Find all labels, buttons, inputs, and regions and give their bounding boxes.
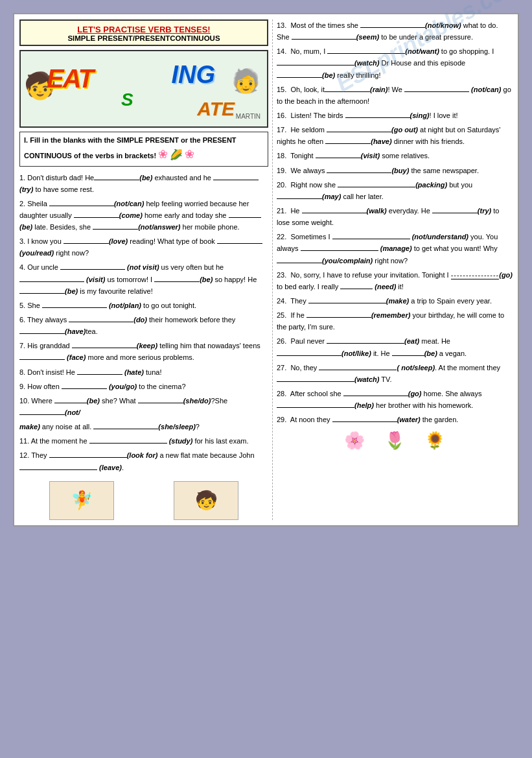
left-column: LET'S PRACTISE VERB TENSES! SIMPLE PRESE… (19, 19, 272, 520)
exercise-28: 28. After school she (go) home. She alwa… (277, 388, 513, 411)
exercise-6: 6. They always (do) their homework befor… (19, 314, 268, 337)
exercise-8: 8. Don't insist! He (hate) tuna! (19, 366, 268, 378)
instructions-box: I. Fill in the blanks with the SIMPLE PR… (19, 132, 268, 167)
exercise-16: 16. Listen! The birds (sing)! I love it! (277, 110, 513, 121)
exercise-15: 15. Oh, look, it(rain)! We (not/can) go … (277, 84, 513, 107)
exercise-12: 12. They (look for) a new flat mate beca… (19, 449, 268, 473)
left-exercises: 1. Don't disturb dad! He(be) exhausted a… (19, 172, 268, 473)
flower-icon-1: ❀ (158, 146, 168, 163)
image-fairy: 🧚 (49, 481, 114, 520)
exercise-10: 10. Where (be) she? What (she/do)?She(no… (19, 395, 268, 418)
exercise-25: 25. If he (remember) your birthday, he w… (277, 309, 513, 333)
exercise-27: 27. No, they ( not/sleep). At the moment… (277, 362, 513, 385)
exercise-17: 17. He seldom (go out) at night but on S… (277, 124, 513, 147)
exercise-1: 1. Don't disturb dad! He(be) exhausted a… (19, 172, 268, 195)
worksheet-page: LET'S PRACTISE VERB TENSES! SIMPLE PRESE… (13, 13, 519, 527)
flower-2: 🌷 (384, 431, 405, 451)
corn-icon: 🌽 (170, 147, 183, 163)
flower-1: 🌸 (344, 431, 365, 451)
exercise-20: 20. Right now she (packing) but you (may… (277, 179, 513, 202)
exercise-11: 11. At the moment he (study) for his las… (19, 435, 268, 447)
ate-text: ATE (197, 98, 235, 120)
right-exercises: 13. Most of the times she (not/know) wha… (277, 19, 513, 425)
exercise-26: 26. Paul never (eat) meat. He (not/like)… (277, 335, 513, 359)
bottom-flowers: 🌸 🌷 🌻 (277, 431, 513, 451)
header-subtitle: SIMPLE PRESENT/PRESENTCONTINUOUS (23, 34, 264, 42)
header-title: LET'S PRACTISE VERB TENSES! (23, 25, 264, 34)
exercise-2: 2. Sheila (not/can) help feeling worried… (19, 198, 268, 233)
exercise-13: 13. Most of the times she (not/know) wha… (277, 19, 513, 43)
image-child: 🧒 (174, 481, 238, 520)
exercise-29: 29. At noon they (water) the garden. (277, 414, 513, 425)
exercise-7: 7. His granddad (keep) telling him that … (19, 340, 268, 363)
flower-3: 🌻 (424, 431, 445, 451)
flower-icon-2: ❀ (185, 146, 194, 163)
eat-text: EAT (47, 64, 93, 93)
eating-image-area: 🧒 EAT ING S ATE 🧓 MARTIN (19, 50, 268, 128)
exercise-19: 19. We always (buy) the same newspaper. (277, 165, 513, 176)
right-column: ESLprintables.com 13. Most of the times … (272, 19, 513, 520)
bottom-images-left: 🧚 🧒 (19, 479, 268, 520)
exercise-23: 23. No, sorry, I have to refuse your inv… (277, 269, 513, 292)
exercise-4: 4. Our uncle (not visit) us very often b… (19, 261, 268, 296)
exercise-21: 21. He (walk) everyday. He (try) to lose… (277, 205, 513, 228)
martin-label: MARTIN (236, 113, 260, 120)
header-box: LET'S PRACTISE VERB TENSES! SIMPLE PRESE… (19, 19, 268, 46)
exercise-18: 18. Tonight (visit) some relatives. (277, 150, 513, 161)
exercise-5: 5. She (not/plan) to go out tonight. (19, 300, 268, 311)
instructions-text: I. Fill in the blanks with the SIMPLE PR… (24, 136, 237, 160)
exercise-24: 24. They (make) a trip to Spain every ye… (277, 295, 513, 307)
s-text: S (121, 89, 133, 110)
exercise-14: 14. No, mum, I (not/want) to go shopping… (277, 45, 513, 80)
exercise-22: 22. Sometimes I (not/understand) you. Yo… (277, 231, 513, 266)
exercise-9: 9. How often (you/go) to the cinema? (19, 381, 268, 392)
ing-text: ING (171, 61, 215, 89)
exercise-3: 3. I know you (love) reading! What type … (19, 235, 268, 259)
exercise-10b: make) any noise at all. (she/sleep)? (19, 421, 268, 432)
eating-graphic: 🧒 EAT ING S ATE 🧓 MARTIN (21, 51, 267, 126)
